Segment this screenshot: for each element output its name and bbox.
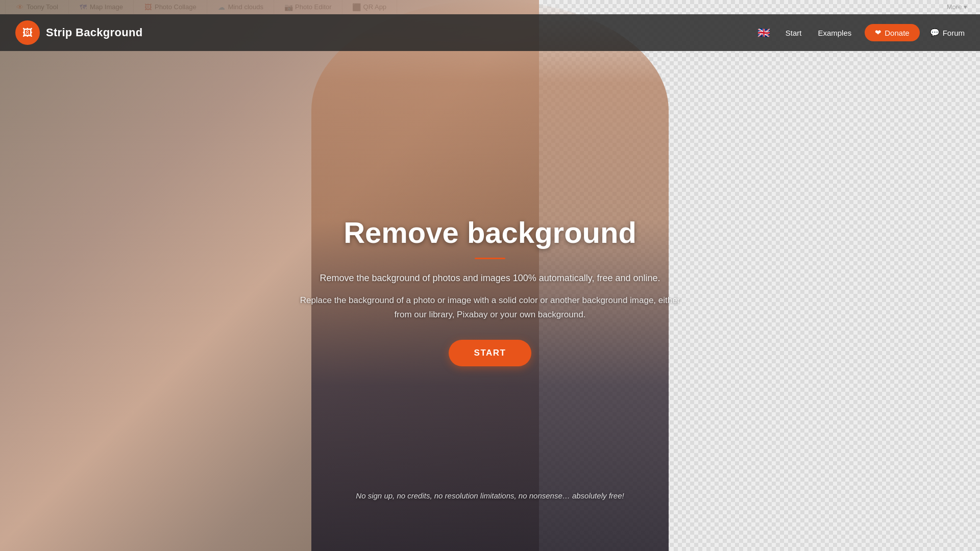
forum-chat-icon: 💬 [930,28,940,37]
start-link[interactable]: Start [782,27,805,39]
examples-link[interactable]: Examples [815,27,854,39]
donate-heart-icon: ❤ [875,28,881,37]
main-header: 🖼 Strip Background 🇬🇧 Start Examples ❤ D… [0,14,980,51]
logo-area: 🖼 Strip Background [15,20,142,45]
hero-divider [475,258,505,259]
forum-label: Forum [943,29,965,37]
hero-section: 🖼 Strip Background 🇬🇧 Start Examples ❤ D… [0,0,980,551]
logo-text: Strip Background [46,26,142,39]
language-flag-icon[interactable]: 🇬🇧 [756,28,772,38]
logo-icon: 🖼 [15,20,40,45]
hero-subtitle: Remove the background of photos and imag… [296,271,684,285]
donate-button[interactable]: ❤ Donate [865,24,919,41]
hero-title: Remove background [296,215,684,249]
hero-footnote: No sign up, no credits, no resolution li… [356,491,624,500]
forum-link[interactable]: 💬 Forum [930,28,965,37]
hero-description: Replace the background of a photo or ima… [296,293,684,321]
header-right-nav: 🇬🇧 Start Examples ❤ Donate 💬 Forum [756,24,965,41]
hero-content: Remove background Remove the background … [296,215,684,366]
start-button[interactable]: START [449,340,532,366]
donate-label: Donate [885,29,909,37]
